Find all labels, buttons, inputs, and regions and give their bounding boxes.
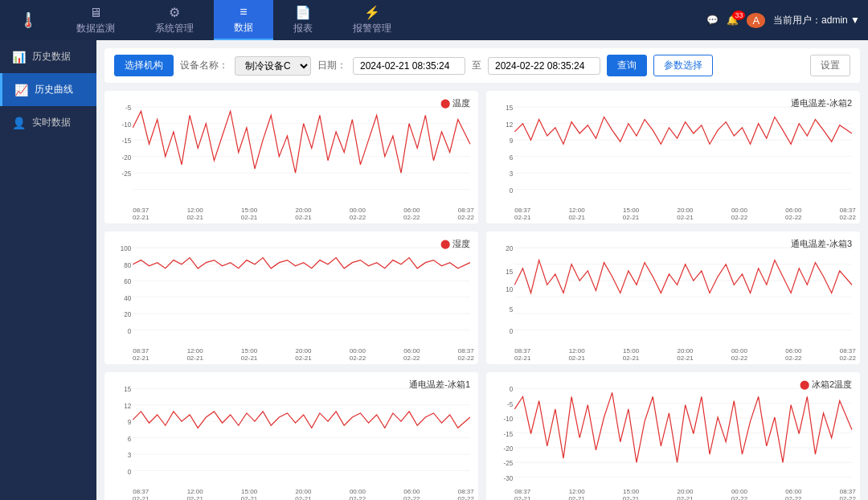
monitor-icon: 🖥 (89, 6, 102, 20)
x-label-2: 12:0002-21 (186, 207, 203, 222)
sidebar-item-history-curve[interactable]: 📈 历史曲线 (0, 73, 96, 106)
chart-svg-condenser2: 15 12 9 6 3 0 (490, 99, 856, 206)
svg-text:12: 12 (124, 403, 131, 410)
date-from-input[interactable] (353, 57, 465, 75)
chart-card-freezer: ⬤ 冰箱2温度 0 -5 -10 -15 -20 -25 - (486, 372, 860, 500)
sidebar-label-history-curve: 历史曲线 (35, 83, 73, 96)
chart-card-condenser3: 通电温差-冰箱3 20 15 10 5 0 (486, 232, 860, 364)
svg-text:3: 3 (128, 452, 132, 459)
svg-text:-5: -5 (507, 401, 514, 408)
nav-item-monitor[interactable]: 🖥 数据监测 (56, 0, 135, 40)
svg-text:-25: -25 (122, 170, 132, 178)
x-label-c2-4: 20:0002-21 (677, 207, 693, 222)
chart-svg-condenser1: 15 12 9 6 3 0 (108, 380, 474, 487)
date-to-input[interactable] (488, 57, 600, 75)
nav-item-data[interactable]: ≡ 数据 (214, 0, 273, 40)
x-label-h-1: 08:3702-21 (133, 347, 149, 363)
svg-text:-5: -5 (125, 105, 132, 112)
data-icon: ≡ (240, 5, 247, 19)
x-label-c1-3: 15:0002-21 (241, 488, 257, 500)
svg-text:9: 9 (510, 137, 514, 145)
x-label-c1-2: 12:0002-21 (186, 488, 203, 500)
chart-card-condenser2: 通电温差-冰箱2 15 12 9 6 3 0 (486, 91, 860, 223)
notification-badge: 33 (732, 10, 745, 20)
settings-button[interactable]: 设置 (810, 55, 850, 76)
svg-text:60: 60 (124, 278, 131, 285)
chart-card-temp: ⬤ 温度 -5 -10 -15 -20 -25 (104, 91, 478, 223)
svg-text:20: 20 (124, 311, 131, 318)
svg-text:100: 100 (121, 245, 132, 252)
report-icon: 📄 (295, 5, 311, 20)
x-label-f-7: 08:3702-22 (840, 488, 856, 500)
x-label-f-1: 08:3702-21 (514, 488, 530, 500)
svg-text:20: 20 (506, 245, 513, 252)
chart-svg-freezer: 0 -5 -10 -15 -20 -25 -30 (490, 380, 856, 487)
chart-title-condenser2: 通电温差-冰箱2 (791, 97, 852, 109)
x-label-5: 00:0002-22 (350, 207, 366, 222)
filter-bar: 选择机构 设备名称： 制冷设备C 日期： 至 查询 参数选择 设置 (104, 48, 860, 83)
main-content: 选择机构 设备名称： 制冷设备C 日期： 至 查询 参数选择 设置 ⬤ 温度 (96, 40, 868, 500)
device-name-label: 设备名称： (180, 59, 228, 72)
svg-text:3: 3 (510, 170, 514, 178)
svg-text:0: 0 (510, 386, 514, 393)
x-label-c3-3: 15:0002-21 (623, 347, 639, 363)
select-org-button[interactable]: 选择机构 (114, 55, 174, 76)
x-label-h-7: 08:3702-22 (458, 347, 474, 363)
date-separator: 至 (472, 59, 481, 72)
message-icon-wrapper[interactable]: 💬 (706, 14, 719, 26)
nav-item-alarm[interactable]: ⚡ 报警管理 (333, 0, 411, 40)
svg-text:-15: -15 (504, 431, 514, 438)
x-label-7: 08:3702-22 (458, 207, 474, 222)
x-label-c2-6: 06:0002-22 (785, 207, 801, 222)
svg-text:-25: -25 (504, 460, 514, 467)
x-label-c1-5: 00:0002-22 (350, 488, 366, 500)
chart-title-condenser3: 通电温差-冰箱3 (791, 238, 852, 250)
params-select-button[interactable]: 参数选择 (653, 55, 713, 76)
x-label-6: 06:0002-22 (403, 207, 420, 222)
svg-text:-30: -30 (504, 475, 514, 482)
svg-text:80: 80 (124, 262, 131, 269)
user-avatar: A (747, 13, 765, 28)
sidebar-item-history-data[interactable]: 📊 历史数据 (0, 40, 96, 73)
nav-label-monitor: 数据监测 (76, 22, 115, 35)
nav-label-data: 数据 (234, 21, 253, 35)
svg-text:-10: -10 (504, 416, 514, 423)
x-label-c2-2: 12:0002-21 (568, 207, 584, 222)
x-label-4: 20:0002-21 (295, 207, 311, 222)
svg-text:5: 5 (510, 306, 514, 314)
x-label-c3-6: 06:0002-22 (785, 347, 801, 363)
x-label-c3-7: 08:3702-22 (840, 347, 856, 363)
x-label-h-5: 00:0002-22 (350, 347, 366, 363)
history-data-icon: 📊 (12, 51, 26, 64)
top-navigation: 🌡️ 🖥 数据监测 ⚙ 系统管理 ≡ 数据 📄 报表 ⚡ 报警管理 💬 🔔 33 (0, 0, 868, 40)
sidebar: 📊 历史数据 📈 历史曲线 👤 实时数据 (0, 40, 96, 500)
svg-text:0: 0 (128, 328, 132, 335)
svg-text:15: 15 (124, 386, 131, 393)
chart-svg-temp: -5 -10 -15 -20 -25 (108, 99, 474, 206)
app-logo: 🌡️ (8, 11, 48, 29)
chart-title-condenser1: 通电温差-冰箱1 (409, 379, 470, 391)
notification-icon-wrapper[interactable]: 🔔 33 (727, 14, 739, 26)
nav-item-system[interactable]: ⚙ 系统管理 (135, 0, 214, 40)
charts-grid: ⬤ 温度 -5 -10 -15 -20 -25 (104, 91, 860, 500)
chart-svg-condenser3: 20 15 10 5 0 (490, 240, 856, 346)
x-label-c2-5: 00:0002-22 (731, 207, 747, 222)
x-label-h-2: 12:0002-21 (186, 347, 203, 363)
query-button[interactable]: 查询 (607, 55, 647, 76)
svg-text:10: 10 (506, 286, 513, 293)
user-label[interactable]: 当前用户：admin ▼ (773, 14, 860, 27)
x-label-h-6: 06:0002-22 (403, 347, 420, 363)
sidebar-item-realtime-data[interactable]: 👤 实时数据 (0, 106, 96, 139)
x-label-h-3: 15:0002-21 (241, 347, 257, 363)
chart-title-freezer: ⬤ 冰箱2温度 (800, 379, 852, 391)
nav-item-report[interactable]: 📄 报表 (273, 0, 333, 40)
x-label-f-6: 06:0002-22 (785, 488, 801, 500)
x-label-f-4: 20:0002-21 (677, 488, 693, 500)
svg-text:9: 9 (128, 419, 132, 426)
x-label-c3-5: 00:0002-22 (731, 347, 747, 363)
realtime-icon: 👤 (12, 117, 26, 129)
device-select[interactable]: 制冷设备C (235, 56, 311, 76)
svg-text:0: 0 (510, 328, 514, 335)
nav-items: 🖥 数据监测 ⚙ 系统管理 ≡ 数据 📄 报表 ⚡ 报警管理 (56, 0, 706, 40)
nav-label-system: 系统管理 (155, 22, 194, 35)
